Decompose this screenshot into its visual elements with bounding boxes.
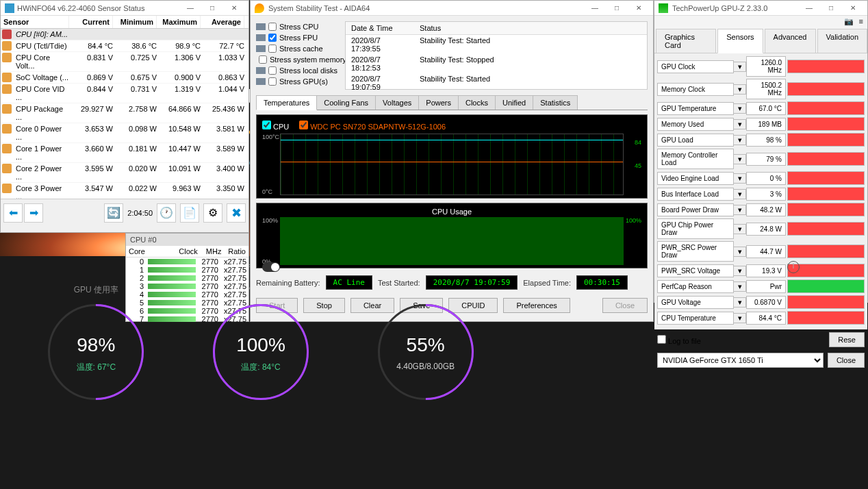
close-button[interactable]: Close — [602, 298, 648, 313]
maximize-button[interactable]: □ — [202, 2, 222, 14]
hwinfo-window: HWiNFO64 v6.22-4060 Sensor Status — □ ✕ … — [0, 0, 249, 233]
dropdown-icon[interactable]: ▾ — [734, 189, 746, 199]
log-row[interactable]: 2020/8/7 17:39:55Stability Test: Started — [346, 35, 647, 54]
tab-validation[interactable]: Validation — [817, 29, 868, 53]
save-icon[interactable]: 📄 — [180, 203, 199, 223]
tab-sensors[interactable]: Sensors — [717, 29, 763, 53]
sensor-row[interactable]: Core 0 Power ...3.653 W0.098 W10.548 W3.… — [1, 123, 248, 143]
close-button[interactable]: ✕ — [224, 2, 244, 14]
log-col-time[interactable]: Date & Time — [346, 22, 414, 34]
stress-check[interactable]: Stress cache — [256, 43, 338, 54]
clear-button[interactable]: Clear — [350, 298, 394, 313]
maximize-button[interactable]: □ — [607, 2, 627, 14]
info-icon[interactable]: i — [787, 261, 800, 273]
sensor-row: GPU Clock▾1260.0 MHz — [657, 56, 865, 77]
log-row[interactable]: 2020/8/7 18:12:53Stability Test: Stopped — [346, 54, 647, 73]
dropdown-icon[interactable]: ▾ — [734, 173, 746, 184]
tab-clocks[interactable]: Clocks — [458, 95, 496, 110]
temp-chart: CPU WDC PC SN720 SDAPNTW-512G-1006 100°C… — [256, 114, 648, 199]
y-r1: 84 — [635, 139, 641, 146]
sensor-bar — [787, 203, 865, 216]
back-arrow-icon[interactable]: ⬅ — [3, 203, 23, 223]
clock-icon[interactable]: 🕐 — [157, 203, 176, 223]
tab-temperatures[interactable]: Temperatures — [256, 95, 317, 110]
tab-cooling fans[interactable]: Cooling Fans — [316, 95, 376, 110]
preferences-button[interactable]: Preferences — [503, 298, 570, 313]
unit-toggle[interactable] — [262, 262, 280, 272]
dropdown-icon[interactable]: ▾ — [734, 119, 746, 129]
close-button[interactable]: Close — [828, 353, 865, 368]
dropdown-icon[interactable]: ▾ — [734, 154, 746, 164]
close-button[interactable]: ✕ — [843, 2, 863, 14]
menu-icon[interactable]: ≡ — [859, 17, 863, 26]
dropdown-icon[interactable]: ▾ — [734, 247, 746, 257]
dropdown-icon[interactable]: ▾ — [734, 313, 746, 323]
sensor-row[interactable]: CPU Core VID ...0.844 V0.731 V1.319 V1.0… — [1, 84, 248, 103]
dropdown-icon[interactable]: ▾ — [734, 205, 746, 215]
tab-advanced[interactable]: Advanced — [765, 29, 816, 53]
dropdown-icon[interactable]: ▾ — [734, 62, 746, 72]
log-to-file[interactable]: Log to file — [657, 335, 701, 345]
dropdown-icon[interactable]: ▾ — [734, 135, 746, 145]
tab-statistics[interactable]: Statistics — [533, 95, 578, 110]
close-icon[interactable]: ✖ — [227, 203, 246, 223]
minimize-button[interactable]: — — [799, 2, 819, 14]
stress-check[interactable]: Stress FPU — [256, 32, 338, 43]
gpu-select[interactable]: NVIDIA GeForce GTX 1650 Ti — [657, 353, 824, 368]
sensor-row: Board Power Draw▾48.2 W — [657, 203, 865, 216]
tab-voltages[interactable]: Voltages — [375, 95, 419, 110]
sensor-bar — [787, 60, 865, 73]
stress-check[interactable]: Stress CPU — [256, 21, 338, 32]
usage-title: CPU Usage — [259, 206, 644, 217]
sensor-row[interactable]: SoC Voltage (...0.869 V0.675 V0.900 V0.8… — [1, 72, 248, 84]
maximize-button[interactable]: □ — [821, 2, 841, 14]
stop-button[interactable]: Stop — [303, 298, 345, 313]
stress-check[interactable]: Stress GPU(s) — [256, 76, 338, 87]
tab-unified[interactable]: Unified — [495, 95, 533, 110]
sensor-row[interactable]: CPU Package ...29.927 W2.758 W64.866 W25… — [1, 103, 248, 123]
minimize-button[interactable]: — — [585, 2, 605, 14]
aida-tabs: TemperaturesCooling FansVoltagesPowersCl… — [256, 95, 648, 110]
hwinfo-rows[interactable]: CPU [#0]: AM...CPU (Tctl/Tdie)84.4 °C38.… — [1, 29, 248, 199]
fwd-arrow-icon[interactable]: ➡ — [24, 203, 43, 223]
sensor-bar — [787, 82, 865, 96]
reset-button[interactable]: Rese — [829, 332, 865, 347]
refresh-icon[interactable]: 🔄 — [104, 203, 123, 223]
sensor-row[interactable]: CPU Core Volt...0.831 V0.725 V1.306 V1.0… — [1, 52, 248, 72]
sensor-row: PWR_SRC Voltage▾19.3 V — [657, 264, 865, 277]
tab-powers[interactable]: Powers — [418, 95, 459, 110]
sensor-bar — [787, 222, 865, 236]
col-sensor[interactable]: Sensor — [1, 16, 69, 28]
gpuz-titlebar[interactable]: TechPowerUp GPU-Z 2.33.0 — □ ✕ — [654, 1, 867, 16]
cpu-cores-window: CPU #0 Core Clock MHz Ratio 02770x27.751… — [125, 233, 249, 322]
dropdown-icon[interactable]: ▾ — [734, 84, 746, 95]
col-avg[interactable]: Average — [201, 16, 244, 28]
stress-check[interactable]: Stress local disks — [256, 65, 338, 76]
sensor-row[interactable]: Core 2 Power ...3.595 W0.020 W10.091 W3.… — [1, 163, 248, 183]
dropdown-icon[interactable]: ▾ — [734, 297, 746, 308]
sensor-row[interactable]: Core 3 Power ...3.547 W0.022 W9.963 W3.3… — [1, 183, 248, 199]
log-col-status[interactable]: Status — [414, 22, 647, 34]
minimize-button[interactable]: — — [180, 2, 201, 14]
log-row[interactable]: 2020/8/7 19:07:59Stability Test: Started — [346, 73, 647, 92]
stress-check[interactable]: Stress system memory — [256, 54, 338, 65]
dropdown-icon[interactable]: ▾ — [734, 224, 746, 234]
col-min[interactable]: Minimum — [113, 16, 157, 28]
dropdown-icon[interactable]: ▾ — [734, 281, 746, 292]
tab-graphics-card[interactable]: Graphics Card — [656, 29, 716, 53]
dropdown-icon[interactable]: ▾ — [734, 103, 746, 114]
aida-titlebar[interactable]: System Stability Test - AIDA64 — □ ✕ — [251, 1, 653, 16]
sensor-row[interactable]: CPU (Tctl/Tdie)84.4 °C38.6 °C98.9 °C72.7… — [1, 40, 248, 52]
legend-cpu[interactable]: CPU — [262, 123, 289, 131]
col-max[interactable]: Maximum — [157, 16, 201, 28]
legend-ssd[interactable]: WDC PC SN720 SDAPNTW-512G-1006 — [299, 123, 446, 131]
camera-icon[interactable]: 📷 — [844, 17, 854, 26]
sensor-row[interactable]: Core 1 Power ...3.660 W0.181 W10.447 W3.… — [1, 143, 248, 163]
col-current[interactable]: Current — [69, 16, 113, 28]
cpuid-button[interactable]: CPUID — [448, 298, 498, 313]
settings-icon[interactable]: ⚙ — [203, 203, 222, 223]
hwinfo-titlebar[interactable]: HWiNFO64 v6.22-4060 Sensor Status — □ ✕ — [1, 1, 248, 16]
close-button[interactable]: ✕ — [628, 2, 649, 14]
dropdown-icon[interactable]: ▾ — [734, 266, 746, 276]
elapsed-label: Elapsed Time: — [523, 279, 571, 287]
